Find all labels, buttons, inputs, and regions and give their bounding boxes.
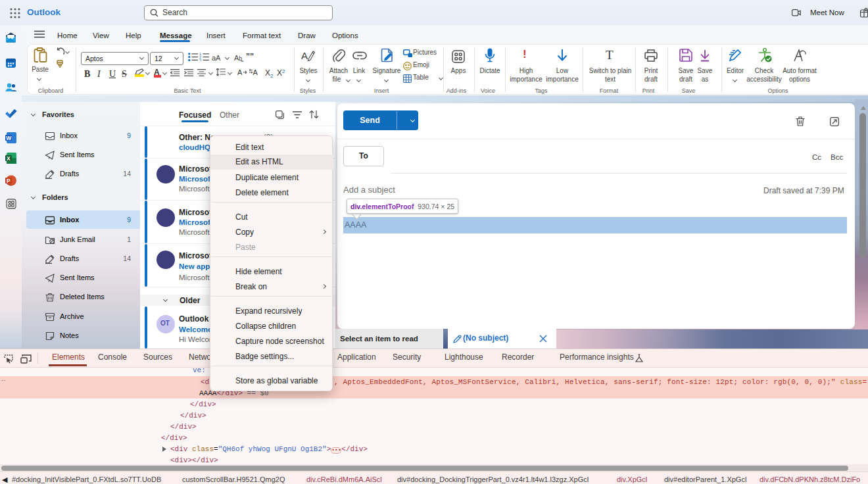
svg-text:P: P [7, 178, 11, 184]
svg-text:A: A [301, 50, 308, 61]
svg-text:A: A [237, 68, 243, 76]
svg-text:3: 3 [199, 59, 201, 62]
svg-text:A: A [253, 68, 258, 76]
svg-text:W: W [6, 135, 12, 141]
svg-text:X: X [7, 155, 11, 162]
